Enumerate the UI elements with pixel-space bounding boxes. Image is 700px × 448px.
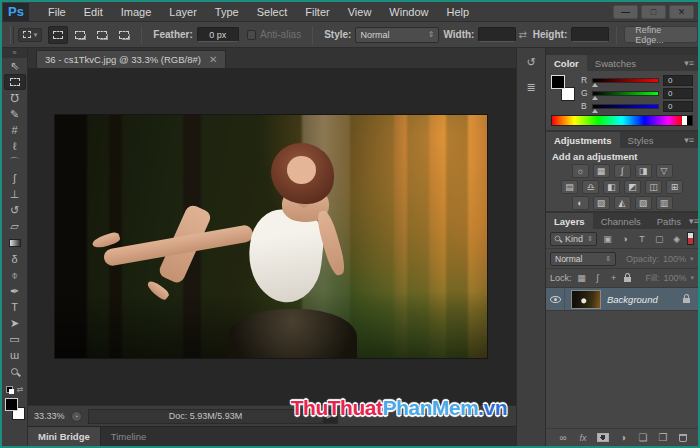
menu-select[interactable]: Select: [248, 4, 297, 20]
tab-swatches[interactable]: Swatches: [587, 55, 644, 71]
clone-stamp-tool[interactable]: ⊥: [4, 187, 26, 203]
menu-help[interactable]: Help: [437, 4, 478, 20]
height-input[interactable]: [571, 27, 609, 42]
green-value[interactable]: 0: [663, 88, 693, 99]
tab-adjustments[interactable]: Adjustments: [546, 132, 620, 148]
subtract-from-selection-button[interactable]: [92, 26, 112, 44]
vibrance-icon[interactable]: ▽: [656, 164, 673, 178]
default-colors-icon[interactable]: [6, 386, 14, 394]
fg-bg-swatches[interactable]: [551, 75, 575, 101]
rectangle-tool[interactable]: ▭: [4, 332, 26, 348]
spot-healing-brush-tool[interactable]: ⌒: [4, 155, 26, 171]
lock-pixels-icon[interactable]: ʃ: [592, 273, 604, 283]
black-white-icon[interactable]: ◧: [603, 180, 620, 194]
new-adjustment-layer-icon[interactable]: ◑: [616, 432, 630, 443]
menu-view[interactable]: View: [339, 4, 381, 20]
type-layer-filter-icon[interactable]: T: [635, 232, 648, 245]
menu-edit[interactable]: Edit: [75, 4, 112, 20]
refine-edge-button[interactable]: Refine Edge...: [624, 26, 698, 43]
width-input[interactable]: [478, 27, 516, 42]
swap-colors-icon[interactable]: ⇄: [17, 385, 24, 394]
lock-position-icon[interactable]: +: [608, 273, 620, 283]
slider-thumb[interactable]: [592, 109, 598, 113]
color-lookup-icon[interactable]: ⊞: [666, 180, 683, 194]
status-options-icon[interactable]: ▶: [323, 410, 337, 423]
foreground-color-swatch[interactable]: [5, 398, 18, 411]
tab-mini-bridge[interactable]: Mini Bridge: [28, 427, 101, 446]
move-tool[interactable]: ⇖: [4, 58, 26, 74]
tool-preset-picker[interactable]: ▾: [18, 28, 43, 42]
feather-input[interactable]: 0 px: [197, 27, 239, 42]
tab-layers[interactable]: Layers: [546, 213, 593, 229]
menu-type[interactable]: Type: [206, 4, 248, 20]
quick-selection-tool[interactable]: ✎: [4, 106, 26, 122]
blue-value[interactable]: 0: [663, 101, 693, 112]
adjustment-layer-filter-icon[interactable]: ◑: [618, 232, 631, 245]
canvas[interactable]: [28, 68, 516, 405]
blue-slider[interactable]: [592, 104, 659, 109]
layer-row-background[interactable]: Background: [546, 288, 698, 311]
lock-all-icon[interactable]: [624, 277, 631, 282]
antialias-checkbox[interactable]: [247, 30, 256, 40]
pixel-layer-filter-icon[interactable]: ▣: [601, 232, 614, 245]
fill-value[interactable]: 100%: [663, 273, 686, 283]
lasso-tool[interactable]: ℧: [4, 90, 26, 106]
zoom-tool[interactable]: [4, 364, 26, 380]
menu-image[interactable]: Image: [112, 4, 161, 20]
history-brush-tool[interactable]: ↺: [4, 203, 26, 219]
posterize-icon[interactable]: ▨: [593, 196, 610, 210]
selective-color-icon[interactable]: ▧: [635, 196, 652, 210]
layer-name[interactable]: Background: [607, 294, 683, 305]
visibility-cell[interactable]: [546, 288, 565, 310]
brush-tool[interactable]: ʃ: [4, 171, 26, 187]
tab-timeline[interactable]: Timeline: [101, 427, 157, 446]
menu-filter[interactable]: Filter: [296, 4, 338, 20]
threshold-icon[interactable]: ◭: [614, 196, 631, 210]
bg-swatch[interactable]: [561, 87, 575, 101]
swap-dimensions-icon[interactable]: ⇄: [518, 29, 526, 40]
new-group-icon[interactable]: ❏: [636, 432, 650, 443]
channel-mixer-icon[interactable]: ◫: [645, 180, 662, 194]
style-select[interactable]: Normal ⇕: [355, 27, 439, 43]
tab-paths[interactable]: Paths: [649, 213, 689, 229]
levels-icon[interactable]: ▦: [593, 164, 610, 178]
rectangular-marquee-tool[interactable]: [4, 74, 26, 90]
minimize-button[interactable]: —: [613, 5, 638, 19]
color-balance-icon[interactable]: ♎: [582, 180, 599, 194]
pen-tool[interactable]: ✒: [4, 283, 26, 299]
photo-image[interactable]: [55, 115, 487, 358]
blend-mode-select[interactable]: Normal ⇕: [550, 252, 616, 266]
link-layers-icon[interactable]: ∞: [556, 432, 570, 443]
eyedropper-tool[interactable]: ℓ: [4, 138, 26, 154]
opacity-value[interactable]: 100%: [663, 254, 686, 264]
hand-tool[interactable]: ɯ: [4, 348, 26, 364]
slider-thumb[interactable]: [592, 96, 598, 100]
dodge-tool[interactable]: ⌽: [4, 267, 26, 283]
eraser-tool[interactable]: ▱: [4, 219, 26, 235]
curves-icon[interactable]: ∫: [614, 164, 631, 178]
shape-layer-filter-icon[interactable]: ▢: [653, 232, 666, 245]
properties-panel-icon[interactable]: ≣: [521, 79, 541, 96]
layer-mask-icon[interactable]: [596, 433, 610, 442]
delete-layer-icon[interactable]: [676, 434, 690, 442]
adobe-drive-icon[interactable]: ◔: [71, 411, 82, 422]
layer-list-empty-area[interactable]: [546, 311, 698, 428]
photo-filter-icon[interactable]: ◩: [624, 180, 641, 194]
blur-tool[interactable]: δ: [4, 251, 26, 267]
panel-menu-icon[interactable]: ▾≡: [684, 132, 698, 148]
maximize-button[interactable]: □: [641, 5, 666, 19]
menu-layer[interactable]: Layer: [160, 4, 206, 20]
gradient-tool[interactable]: [4, 235, 26, 251]
zoom-level[interactable]: 33.33%: [34, 411, 65, 421]
red-slider[interactable]: [592, 78, 659, 83]
new-selection-button[interactable]: [48, 26, 68, 44]
type-tool[interactable]: T: [4, 299, 26, 315]
tab-styles[interactable]: Styles: [620, 132, 662, 148]
color-spectrum-ramp[interactable]: [551, 115, 693, 126]
kind-filter-select[interactable]: Kind ⇕: [550, 232, 597, 246]
fg-swatch[interactable]: [551, 75, 565, 89]
close-document-icon[interactable]: ✕: [209, 54, 217, 65]
add-to-selection-button[interactable]: [70, 26, 90, 44]
exposure-icon[interactable]: ◨: [635, 164, 652, 178]
path-selection-tool[interactable]: ➤: [4, 316, 26, 332]
